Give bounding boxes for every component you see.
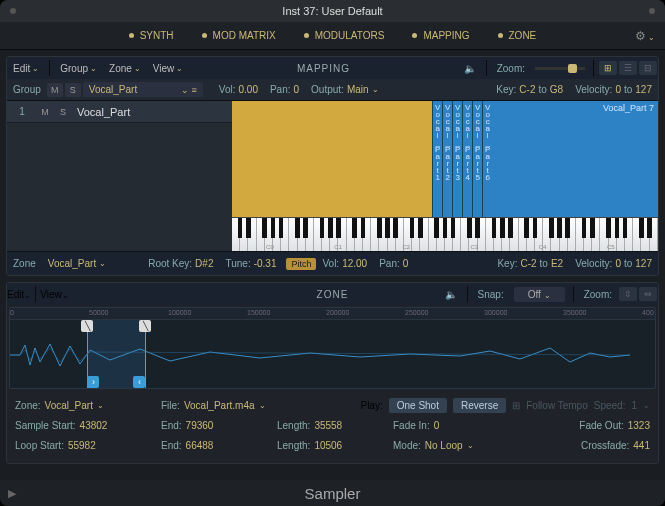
oneshot-button[interactable]: One Shot (389, 398, 447, 413)
disclosure-triangle-icon[interactable]: ▶ (8, 487, 16, 500)
zone-vel-label: Velocity: (575, 258, 612, 269)
zone-solo-button[interactable]: S (55, 105, 71, 119)
zone-pan-value[interactable]: 0 (403, 258, 409, 269)
loop-end-value[interactable]: 66488 (186, 440, 214, 451)
snap-select[interactable]: Off ⌄ (514, 287, 565, 302)
tune-value[interactable]: -0.31 (254, 258, 277, 269)
group-mute-button[interactable]: M (47, 83, 63, 97)
fadeout-value[interactable]: 1323 (628, 420, 650, 431)
mapping-zoom-slider[interactable] (535, 67, 585, 70)
mapping-title: MAPPING (189, 63, 457, 74)
tab-mapping[interactable]: MAPPING (402, 26, 479, 45)
keymap-area[interactable]: Vocal_Part 7 Vocal_Part1 Vocal_Part2 Voc… (232, 101, 658, 251)
zone-zoom-label: Zoom: (578, 289, 618, 300)
mapping-zone-menu[interactable]: Zone⌄ (103, 60, 147, 77)
zone-vel-lo[interactable]: 0 (615, 258, 621, 269)
zone-panel-title: ZONE (317, 289, 349, 300)
group-key-label: Key: (496, 84, 516, 95)
fadein-value[interactable]: 0 (434, 420, 440, 431)
group-vel-lo[interactable]: 0 (615, 84, 621, 95)
zone-pan-label: Pan: (379, 258, 400, 269)
loop-start-value[interactable]: 55982 (68, 440, 96, 451)
zoom-label: Zoom: (491, 63, 531, 74)
mapping-panel: Edit⌄ Group⌄ Zone⌄ View⌄ MAPPING 🔈 Zoom:… (6, 56, 659, 276)
zone-vel-hi[interactable]: 127 (635, 258, 652, 269)
zone-group-label: Vocal_Part 7 (603, 103, 654, 113)
group-solo-button[interactable]: S (65, 83, 81, 97)
loop-len-value[interactable]: 10506 (314, 440, 342, 451)
mapping-view-menu[interactable]: View⌄ (147, 60, 190, 77)
crossfade-value[interactable]: 441 (633, 440, 650, 451)
loop-start-flag-icon[interactable]: › (87, 376, 99, 388)
titlebar: Inst 37: User Default (0, 0, 665, 22)
zone-mute-button[interactable]: M (37, 105, 53, 119)
zone-edit-menu[interactable]: Edit⌄ (7, 289, 31, 300)
sample-start-label: Sample Start: (15, 420, 76, 431)
speed-value[interactable]: 1 (631, 400, 637, 411)
sample-len-value[interactable]: 35558 (314, 420, 342, 431)
group-output-value[interactable]: Main (347, 84, 369, 95)
zone-strip-label: Zone (7, 258, 42, 269)
snap-label: Snap: (472, 289, 510, 300)
info-file-value[interactable]: Vocal_Part.m4a (184, 400, 255, 411)
loop-end-label: End: (161, 440, 182, 451)
zone-strip-name[interactable]: Vocal_Part (48, 258, 96, 269)
mapping-edit-menu[interactable]: Edit⌄ (7, 60, 45, 77)
wave-ruler: 0500001000001500002000002500003000003500… (10, 308, 655, 320)
zone-block-group[interactable]: Vocal_Part 7 Vocal_Part1 Vocal_Part2 Voc… (432, 101, 658, 217)
tab-synth[interactable]: SYNTH (119, 26, 184, 45)
waveform-area[interactable]: 0500001000001500002000002500003000003500… (9, 307, 656, 389)
mapping-view-grid-icon[interactable]: ⊟ (639, 61, 657, 75)
tab-mod-matrix[interactable]: MOD MATRIX (192, 26, 286, 45)
mapping-view-keymap-icon[interactable]: ⊞ (599, 61, 617, 75)
zoom-horz-icon[interactable]: ⇔ (639, 287, 657, 301)
window-dot-left (10, 8, 16, 14)
window-dot-right (649, 8, 655, 14)
info-zone-value[interactable]: Vocal_Part (45, 400, 93, 411)
group-name-field[interactable]: Vocal_Part ⌄ ≡ (83, 82, 203, 97)
tab-modulators[interactable]: MODULATORS (294, 26, 395, 45)
sample-start-value[interactable]: 43802 (80, 420, 108, 431)
zone-view-menu[interactable]: View⌄ (40, 289, 69, 300)
crossfade-label: Crossfade: (581, 440, 629, 451)
mapping-view-list-icon[interactable]: ☰ (619, 61, 637, 75)
sample-end-label: End: (161, 420, 182, 431)
rootkey-value[interactable]: D#2 (195, 258, 213, 269)
group-vol-value[interactable]: 0.00 (238, 84, 257, 95)
mapping-group-menu[interactable]: Group⌄ (54, 60, 103, 77)
tab-zone[interactable]: ZONE (488, 26, 547, 45)
loop-end-flag-icon[interactable]: ‹ (133, 376, 145, 388)
end-flag-icon[interactable]: ╲ (139, 320, 151, 332)
zone-key-hi[interactable]: E2 (551, 258, 563, 269)
zone-block-selected[interactable] (232, 101, 432, 217)
reverse-button[interactable]: Reverse (453, 398, 506, 413)
pitch-button[interactable]: Pitch (286, 258, 316, 270)
flex-icon[interactable]: ⊞ (512, 400, 520, 411)
zone-key-lo[interactable]: C-2 (520, 258, 536, 269)
loop-mode-value[interactable]: No Loop (425, 440, 463, 451)
zone-vol-label: Vol: (322, 258, 339, 269)
rootkey-label: Root Key: (148, 258, 192, 269)
sample-end-value[interactable]: 79360 (186, 420, 214, 431)
group-vel-hi[interactable]: 127 (635, 84, 652, 95)
fadein-label: Fade In: (393, 420, 430, 431)
info-file-label: File: (161, 400, 180, 411)
loop-start-label: Loop Start: (15, 440, 64, 451)
group-key-hi[interactable]: G8 (550, 84, 563, 95)
window-title: Inst 37: User Default (282, 5, 382, 17)
zone-speaker-icon[interactable]: 🔈 (439, 287, 463, 302)
keyboard[interactable]: C0C1C2C3C4C5 (232, 217, 658, 251)
zone-list-row[interactable]: 1 M S Vocal_Part (7, 101, 232, 123)
zoom-vert-icon[interactable]: ⇳ (619, 287, 637, 301)
group-key-lo[interactable]: C-2 (519, 84, 535, 95)
zone-panel: Edit⌄ View⌄ ZONE 🔈 Snap: Off ⌄ Zoom: ⇳ ⇔… (6, 282, 659, 464)
start-flag-icon[interactable]: ╲ (81, 320, 93, 332)
zone-vol-value[interactable]: 12.00 (342, 258, 367, 269)
play-label: Play: (360, 400, 382, 411)
audition-speaker-icon[interactable]: 🔈 (458, 61, 482, 76)
zone-list: 1 M S Vocal_Part (7, 101, 232, 251)
group-pan-value[interactable]: 0 (294, 84, 300, 95)
loop-len-label: Length: (277, 440, 310, 451)
zone-name-label: Vocal_Part (73, 106, 130, 118)
settings-gear-icon[interactable]: ⚙⌄ (635, 29, 655, 43)
